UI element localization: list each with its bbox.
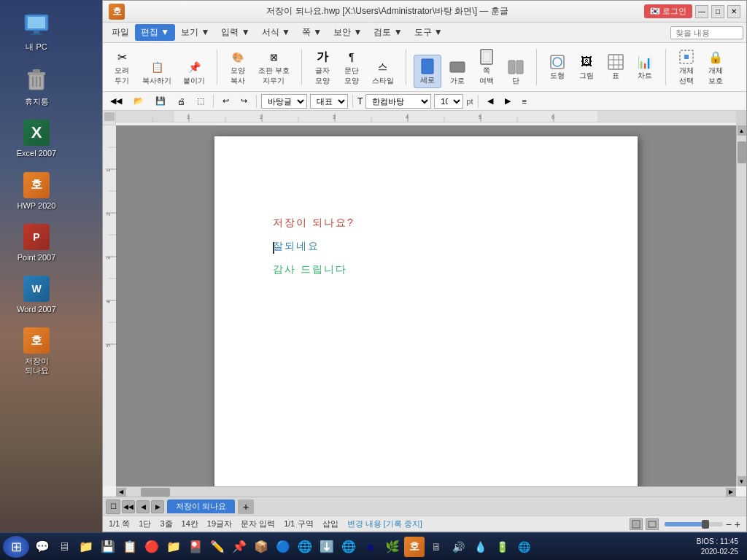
align-increase-button[interactable]: ▶ — [500, 94, 515, 108]
table-button[interactable]: 표 — [603, 51, 629, 83]
vertical-page-button[interactable]: 세로 — [414, 55, 441, 88]
nav-print-button[interactable]: 🖨 — [173, 95, 190, 108]
shape-button[interactable]: 도형 — [544, 51, 570, 83]
paste-button[interactable]: 📌 붙이기 — [179, 56, 209, 88]
char-style-button[interactable]: 가 글자모양 — [309, 46, 336, 88]
scroll-down-button[interactable]: ▼ — [738, 476, 746, 486]
cut-button[interactable]: ✂ 오려두기 — [109, 46, 135, 88]
close-button[interactable]: ✕ — [727, 5, 740, 18]
horizontal-scrollbar[interactable]: ◀ ▶ — [116, 486, 736, 497]
shape-copy-button[interactable]: 🎨 모양복사 — [225, 46, 251, 88]
format-more-button[interactable]: ≡ — [518, 95, 531, 108]
taskbar-icon-down[interactable]: ⬇️ — [317, 537, 337, 557]
taskbar-hwp-active[interactable]: 호 — [404, 537, 425, 557]
tab-nav-prev[interactable]: ◀ — [136, 500, 150, 513]
format-clear-button[interactable]: ⊠ 조판 부호지우기 — [254, 46, 294, 88]
align-decrease-button[interactable]: ◀ — [483, 94, 498, 108]
undo-button[interactable]: ↩ — [218, 94, 233, 108]
menu-security[interactable]: 보안 ▼ — [328, 24, 368, 41]
system-clock[interactable]: BIOS : 11:45 2020-02-25 — [697, 537, 738, 557]
nav-save-button[interactable]: 💾 — [151, 94, 170, 108]
desktop-icon-hwp2[interactable]: 호 저장이 되나요 — [7, 324, 66, 378]
zoom-slider[interactable] — [665, 522, 723, 526]
taskbar-icon-pin[interactable]: 📌 — [229, 537, 249, 557]
taskbar-icon-red2[interactable]: 🎴 — [185, 537, 206, 557]
taskbar-icon-blue[interactable]: 🔵 — [273, 537, 293, 557]
active-tab[interactable]: 저장이 되나요 — [167, 499, 235, 513]
hscroll-left-button[interactable]: ◀ — [116, 488, 126, 497]
document-viewport[interactable]: 저장이 되나요? 잘되네요 감사 드립니다 — [116, 125, 736, 486]
search-input[interactable] — [670, 26, 743, 39]
para-style-button[interactable]: ¶ 문단모양 — [338, 46, 365, 88]
tab-checkbox[interactable]: ☐ — [106, 499, 120, 514]
taskbar-icon-globe1[interactable]: 🌐 — [295, 537, 315, 557]
desktop-icon-excel[interactable]: X Excel 2007 — [7, 117, 66, 161]
picture-button[interactable]: 🖼 그림 — [573, 51, 600, 83]
scroll-up-button[interactable]: ▲ — [738, 125, 746, 136]
taskbar-icon-power[interactable]: 🔋 — [492, 537, 512, 557]
taskbar-icon-monitor2[interactable]: 🖥 — [426, 537, 446, 557]
maximize-button[interactable]: □ — [711, 5, 724, 18]
desktop-icon-word[interactable]: W Word 2007 — [7, 273, 66, 317]
menu-view[interactable]: 보기 ▼ — [175, 24, 215, 41]
taskbar-icon-clipboard[interactable]: 📋 — [120, 537, 140, 557]
taskbar-icon-pencil[interactable]: ✏️ — [207, 537, 228, 557]
minimize-button[interactable]: — — [695, 5, 708, 18]
taskbar-icon-net[interactable]: 🌐 — [514, 537, 534, 557]
zoom-plus[interactable]: + — [735, 518, 740, 530]
menu-file[interactable]: 파일 — [106, 24, 135, 41]
nav-open-button[interactable]: 📂 — [129, 94, 148, 108]
nav-unknown-button[interactable]: ⬚ — [193, 94, 209, 108]
taskbar-icon-save[interactable]: 💾 — [98, 537, 118, 557]
taskbar-icon-folder[interactable]: 📁 — [76, 537, 96, 557]
desktop-icon-trash[interactable]: 휴지통 — [7, 62, 66, 109]
page-margin-button[interactable]: 쪽여백 — [473, 46, 500, 88]
taskbar-icon-chat[interactable]: 💬 — [32, 537, 53, 557]
taskbar-icon-monitor[interactable]: 🖥 — [54, 537, 74, 557]
taskbar-icon-green[interactable]: 🌿 — [382, 537, 403, 557]
zoom-thumb[interactable] — [702, 520, 709, 529]
scroll-thumb[interactable] — [738, 141, 746, 163]
column-button[interactable]: 단 — [503, 56, 529, 88]
styles-button[interactable]: 스 스타일 — [368, 56, 398, 88]
font-size-select[interactable]: 10.0 12.0 — [434, 94, 463, 109]
view-mode-btn2[interactable] — [646, 518, 659, 530]
menu-edit[interactable]: 편집 ▼ — [135, 24, 175, 41]
taskbar-icon-folder2[interactable]: 📁 — [163, 537, 184, 557]
redo-button[interactable]: ↪ — [236, 94, 252, 108]
desktop-icon-my-pc[interactable]: 내 PC — [7, 7, 66, 55]
change-status[interactable]: 변경 내용 [기록 중지] — [347, 518, 422, 529]
desktop-icon-point[interactable]: P Point 2007 — [7, 221, 66, 265]
copy-button[interactable]: 📋 복사하기 — [138, 56, 176, 88]
desktop-icon-hwp[interactable]: 호 HWP 2020 — [7, 169, 66, 214]
menu-tools[interactable]: 도구 ▼ — [409, 24, 449, 41]
taskbar-icon-ie[interactable]: e — [360, 537, 381, 557]
para-select[interactable]: 대표 왼쪽 — [310, 94, 348, 109]
taskbar-icon-box[interactable]: 📦 — [251, 537, 271, 557]
tab-nav-next[interactable]: ▶ — [151, 500, 164, 513]
tab-nav-first[interactable]: ◀◀ — [122, 500, 135, 513]
login-button[interactable]: 🇰🇷 로그인 — [644, 4, 692, 18]
zoom-minus[interactable]: − — [726, 518, 732, 530]
taskbar-icon-red1[interactable]: 🔴 — [142, 537, 162, 557]
menu-page[interactable]: 쪽 ▼ — [296, 24, 328, 41]
obj-protect-button[interactable]: 🔒 개체보호 — [703, 46, 729, 88]
horizontal-page-button[interactable]: 가로 — [444, 56, 471, 88]
menu-format[interactable]: 서식 ▼ — [256, 24, 296, 41]
taskbar-icon-chrome[interactable]: 🌐 — [338, 537, 359, 557]
obj-select-button[interactable]: 개체선택 — [673, 46, 700, 88]
menu-insert[interactable]: 입력 ▼ — [215, 24, 255, 41]
chart-button[interactable]: 📊 차트 — [632, 51, 658, 83]
start-button[interactable]: ⊞ — [3, 536, 29, 558]
taskbar-icon-speaker[interactable]: 🔊 — [448, 537, 468, 557]
taskbar-icon-water[interactable]: 💧 — [470, 537, 490, 557]
vertical-scrollbar[interactable]: ▲ ▼ — [736, 125, 746, 486]
nav-first-button[interactable]: ◀◀ — [106, 94, 126, 108]
hscroll-right-button[interactable]: ▶ — [726, 488, 736, 497]
add-tab-button[interactable]: + — [238, 499, 254, 514]
menu-review[interactable]: 검토 ▼ — [368, 24, 408, 41]
hscroll-thumb[interactable] — [141, 488, 170, 497]
style-select[interactable]: 바탕글 본문 — [261, 94, 307, 109]
view-mode-btn1[interactable] — [630, 518, 643, 530]
font-select[interactable]: 한컴바탕 맑은 고딕 — [365, 94, 431, 109]
